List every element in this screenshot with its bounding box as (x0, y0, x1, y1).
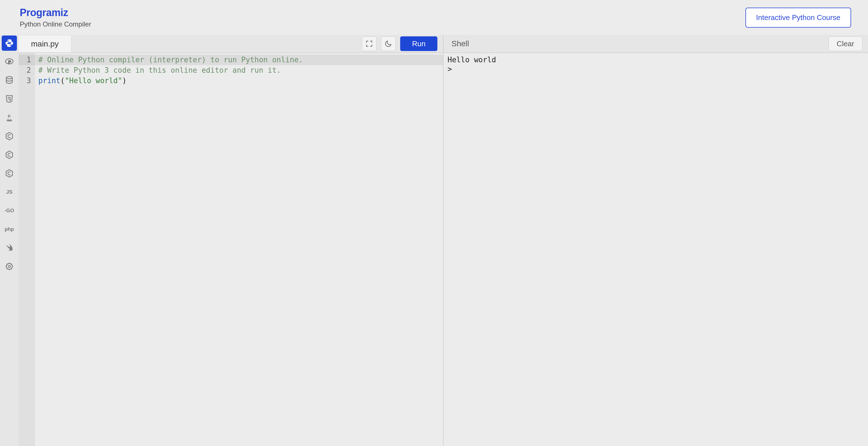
page-subtitle: Python Online Compiler (20, 20, 91, 28)
panes: main.py Run 123 # Online Python compiler… (19, 35, 868, 446)
fullscreen-button[interactable] (362, 36, 376, 51)
sidebar-item-swift[interactable] (2, 240, 17, 256)
fullscreen-icon (365, 40, 373, 48)
line-number: 3 (19, 76, 35, 86)
code-lines[interactable]: # Online Python compiler (interpreter) t… (35, 53, 443, 446)
app-header: Programiz Python Online Compiler Interac… (0, 0, 868, 35)
workspace: JS-GOphp main.py Run 12 (0, 35, 868, 446)
sidebar-item-sql[interactable] (2, 73, 17, 88)
sidebar-item-go[interactable]: -GO (2, 203, 17, 218)
code-token-comment: # Write Python 3 code in this online edi… (38, 66, 281, 75)
sidebar-item-rust[interactable] (2, 259, 17, 274)
sidebar-item-php[interactable]: php (2, 221, 17, 237)
clear-button[interactable]: Clear (829, 36, 862, 51)
line-number: 1 (19, 55, 35, 65)
sidebar-item-cpp[interactable] (2, 147, 17, 162)
theme-toggle-button[interactable] (381, 36, 396, 51)
brand-name: Programiz (20, 7, 68, 19)
python-icon (5, 39, 14, 48)
run-button[interactable]: Run (400, 36, 437, 51)
php-icon: php (5, 227, 14, 232)
code-token-punc: ( (60, 77, 65, 85)
shell-output[interactable]: Hello world > (443, 53, 868, 446)
svg-point-1 (6, 77, 12, 79)
editor-pane: main.py Run 123 # Online Python compiler… (19, 35, 443, 446)
file-tab[interactable]: main.py (19, 35, 71, 53)
interactive-course-button[interactable]: Interactive Python Course (745, 8, 851, 28)
csharp-icon (5, 169, 14, 178)
output-pane: Shell Clear Hello world > (443, 35, 868, 446)
sidebar-item-c[interactable] (2, 128, 17, 144)
r-icon (5, 57, 14, 66)
sidebar-item-html[interactable] (2, 91, 17, 107)
sidebar-item-python[interactable] (2, 35, 17, 51)
output-title: Shell (443, 39, 469, 48)
language-sidebar: JS-GOphp (0, 35, 19, 446)
code-token-comment: # Online Python compiler (interpreter) t… (38, 56, 303, 64)
code-token-string: "Hello world" (65, 77, 122, 85)
editor-actions: Run (362, 36, 437, 51)
java-icon (5, 113, 14, 122)
svg-point-3 (8, 265, 10, 268)
js-icon: JS (6, 189, 12, 195)
output-header: Shell Clear (443, 35, 868, 53)
code-token-punc: ) (122, 77, 127, 85)
line-number-gutter: 123 (19, 53, 35, 446)
go-icon: -GO (4, 208, 14, 214)
code-line[interactable]: print("Hello world") (35, 76, 443, 86)
editor-header: main.py Run (19, 35, 443, 53)
code-line[interactable]: # Online Python compiler (interpreter) t… (35, 55, 443, 65)
moon-icon (384, 40, 392, 48)
sidebar-item-csharp[interactable] (2, 166, 17, 181)
brand-block: Programiz Python Online Compiler (20, 7, 91, 28)
code-token-builtin: print (38, 77, 60, 85)
rust-icon (5, 262, 14, 271)
code-editor[interactable]: 123 # Online Python compiler (interprete… (19, 53, 443, 446)
sidebar-item-r[interactable] (2, 54, 17, 69)
html-icon (5, 94, 14, 103)
cpp-icon (5, 150, 14, 159)
sql-icon (5, 76, 14, 85)
sidebar-item-js[interactable]: JS (2, 184, 17, 200)
c-icon (5, 132, 14, 141)
swift-icon (5, 243, 14, 252)
brand-logo[interactable]: Programiz (20, 7, 91, 19)
code-line[interactable]: # Write Python 3 code in this online edi… (35, 65, 443, 76)
line-number: 2 (19, 65, 35, 76)
sidebar-item-java[interactable] (2, 110, 17, 125)
